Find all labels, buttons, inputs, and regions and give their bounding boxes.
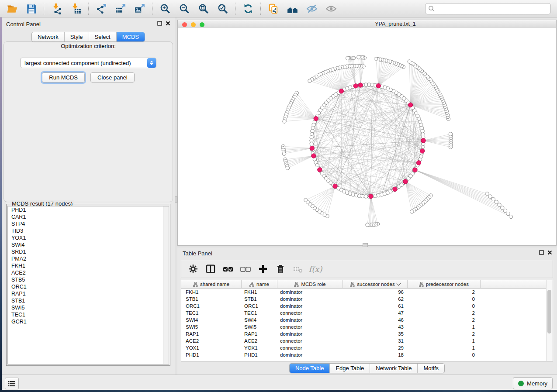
network-leaf-node[interactable] [503,209,507,213]
network-leaf-node[interactable] [357,55,360,59]
close-panel-icon[interactable] [166,21,170,26]
mcds-result-item[interactable]: RAP1 [8,290,169,297]
column-header-name[interactable]: name [242,280,277,288]
table-row[interactable]: SWI5SWI5connector431 [181,323,553,330]
network-leaf-node[interactable] [282,152,286,155]
network-mcds-hub-node[interactable] [353,84,358,88]
mcds-result-item[interactable]: FKH1 [8,262,169,269]
table-row[interactable]: FKH1FKH1dominator962 [181,289,553,296]
network-leaf-node[interactable] [408,60,411,63]
optimization-criterion-dropdown[interactable]: largest connected component (undirected) [20,58,156,68]
network-canvas[interactable] [178,28,556,245]
network-leaf-node[interactable] [488,195,492,198]
network-leaf-node[interactable] [308,79,311,83]
mcds-list-scrollbar[interactable] [163,206,169,364]
mcds-result-item[interactable]: GCR1 [8,318,169,325]
zoom-fit-icon[interactable] [196,1,211,16]
mcds-result-item[interactable]: CAR1 [8,213,169,220]
table-row[interactable]: TEC1TEC1connector472 [181,309,553,316]
network-mcds-hub-node[interactable] [376,83,381,88]
tab-motifs[interactable]: Motifs [418,364,444,373]
mcds-result-item[interactable]: STP4 [8,220,169,227]
network-leaf-node[interactable] [286,166,289,170]
splitter-grip[interactable] [363,243,368,247]
mcds-result-item[interactable]: PMA2 [8,255,169,262]
zoom-out-icon[interactable] [176,1,192,16]
network-mcds-hub-node[interactable] [358,83,363,87]
close-panel-icon[interactable] [547,250,552,255]
zoom-selected-icon[interactable] [215,1,231,16]
add-row-icon[interactable] [256,262,270,275]
column-header-predecessor-nodes[interactable]: predecessor nodes [408,280,481,288]
first-neighbors-icon[interactable] [285,1,301,16]
mcds-result-item[interactable]: ACE2 [8,269,169,276]
network-mcds-hub-node[interactable] [310,146,314,150]
network-mcds-hub-node[interactable] [403,179,408,184]
tab-select[interactable]: Select [89,32,117,41]
network-mcds-hub-node[interactable] [421,138,426,143]
search-input[interactable] [425,3,551,14]
float-window-icon[interactable] [157,21,162,26]
network-leaf-node[interactable] [491,197,495,201]
network-mcds-hub-node[interactable] [314,117,318,121]
mcds-result-item[interactable]: SWI5 [8,304,169,311]
column-header-MCDS-role[interactable]: MCDS role [277,280,343,288]
mcds-result-item[interactable]: ORC1 [8,283,169,290]
open-file-icon[interactable] [4,1,20,16]
export-table-icon[interactable] [113,1,128,16]
task-history-button[interactable] [5,378,19,389]
export-network-icon[interactable] [93,1,109,16]
mcds-result-item[interactable]: STB5 [8,276,169,283]
save-icon[interactable] [24,1,39,16]
import-network-icon[interactable] [49,1,65,16]
delete-row-icon[interactable] [274,262,287,275]
network-leaf-node[interactable] [449,132,452,136]
table-row[interactable]: RAP1RAP1dominator352 [181,330,553,337]
table-row[interactable]: ORC1ORC1dominator610 [181,303,553,309]
network-mcds-hub-node[interactable] [318,168,322,172]
table-row[interactable]: ACE2ACE2connector311 [181,337,553,344]
mcds-result-item[interactable]: STB1 [8,297,169,304]
network-leaf-node[interactable] [498,203,501,206]
network-window-titlebar[interactable]: YPA_prune.txt_1 [178,20,556,28]
clear-all-checks-icon[interactable] [239,262,252,275]
show-columns-icon[interactable] [204,262,217,275]
network-leaf-node[interactable] [346,56,349,60]
table-row[interactable]: PHD1PHD1dominator180 [181,351,553,358]
import-table-icon[interactable] [68,1,84,16]
table-scrollbar-thumb[interactable] [547,290,551,334]
network-mcds-hub-node[interactable] [333,184,337,188]
network-mcds-hub-node[interactable] [393,187,397,191]
new-network-from-selection-icon[interactable] [266,1,281,16]
network-leaf-node[interactable] [495,200,498,204]
select-all-checks-icon[interactable] [221,262,235,275]
network-mcds-hub-node[interactable] [339,89,343,93]
mcds-result-item[interactable]: TID3 [8,227,169,234]
network-leaf-node[interactable] [366,223,369,227]
close-panel-button[interactable]: Close panel [90,72,135,83]
table-scrollbar[interactable] [546,280,553,361]
tab-network[interactable]: Network [32,32,65,41]
network-mcds-hub-node[interactable] [369,194,373,199]
network-mcds-hub-node[interactable] [416,161,421,165]
table-row[interactable]: STB1STB1dominator620 [181,296,553,303]
run-mcds-button[interactable]: Run MCDS [42,72,85,83]
network-mcds-hub-node[interactable] [311,154,316,158]
table-settings-icon[interactable] [187,262,200,275]
network-leaf-node[interactable] [509,215,512,218]
network-mcds-hub-node[interactable] [408,103,412,107]
mcds-result-item[interactable]: SRD1 [8,248,169,255]
mcds-result-item[interactable]: YOX1 [8,234,169,241]
network-leaf-node[interactable] [506,212,510,215]
network-leaf-node[interactable] [283,120,286,123]
column-header-shared-name[interactable]: shared name [181,280,242,288]
network-leaf-node[interactable] [485,192,489,196]
tab-network-table[interactable]: Network Table [370,364,418,373]
column-header-successor-nodes[interactable]: successor nodes [343,280,408,288]
hide-selected-icon[interactable] [304,1,320,16]
network-mcds-hub-node[interactable] [413,168,417,172]
refresh-view-icon[interactable] [240,1,256,16]
tab-node-table[interactable]: Node Table [290,364,330,373]
tab-edge-table[interactable]: Edge Table [330,364,370,373]
tab-mcds[interactable]: MCDS [117,32,145,41]
